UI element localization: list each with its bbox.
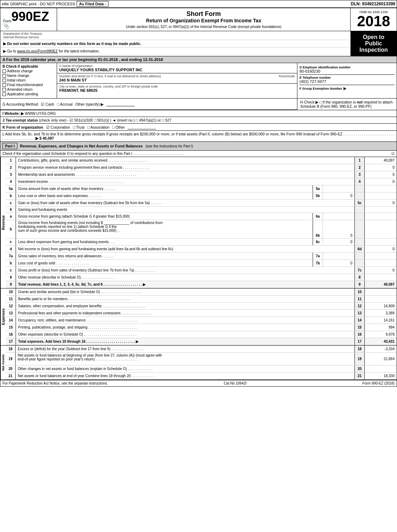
row-val-7a [323,253,355,259]
row-num-5: 5a [6,185,16,192]
section-k-corp: ☑ Corporation [46,125,70,129]
dept-label: Department of the Treasury Internal Reve… [0,31,350,40]
table-row: 1 Contributions, gifts, grants, and simi… [6,157,397,164]
row-num-1: 1 [6,157,16,164]
row-num-14: 14 [6,317,16,324]
row-num-15: 15 [6,324,16,331]
row-linenum-1: 1 [355,157,365,164]
row-desc-6b-text3: sum of such gross income and contributio… [18,229,121,233]
short-form-title: Short Form [61,10,347,18]
row-linenum-6b [355,220,365,238]
street-row: Number and street (or P O box, if mail i… [57,73,297,84]
form-logo-top: Form 990EZ [3,10,49,23]
row-finalval-8 [365,274,397,281]
row-linenum-2: 2 [355,164,365,171]
row-finalval-5b [365,192,397,199]
row-finalval-12: 14,909 [365,303,397,309]
row-desc-3: Membership dues and assessments . . . . … [16,171,355,178]
row-linenum-5 [355,185,365,192]
table-row: 15 Printing, publications, postage, and … [6,324,397,331]
row-num-18: 18 [6,346,16,352]
section-c: C Name of organization UNIQUELY YOURS ST… [57,63,297,98]
section-gh-row: G Accounting Method ☑ Cash □ Accrual Oth… [0,99,397,110]
row-finalval-13: 3,389 [365,310,397,317]
row-linenum-21: 21 [355,373,365,379]
table-row: 17 Total expenses. Add lines 10 through … [6,338,397,345]
part-i-check-text: Check if the organization used Schedule … [2,152,183,156]
table-row: 6 Gaming and fundraising events [6,207,397,213]
section-k-assoc: □ Association [87,125,109,129]
row-linenum-5c: 5c [355,200,365,206]
group-exemption-arrow: ▶ [343,86,346,91]
row-desc-7b: Less cost of goods sold . . . . . . . . … [16,260,313,267]
table-row: 3 Membership dues and assessments . . . … [6,171,397,178]
org-name-label: C Name of organization [59,64,295,68]
row-num-6d: d [6,246,16,252]
table-row: 10 Grants and similar amounts paid (list… [6,289,397,296]
row-linenum-6d: 6d [355,246,365,252]
table-row: c Gross profit or (loss) from sales of i… [6,267,397,274]
row-finalval-10 [365,289,397,295]
row-desc-20: Other changes in net assets or fund bala… [16,365,355,372]
group-exemption-label: F Group Exemption Number [300,87,342,90]
row-desc-7a: Gross sales of inventory, less returns a… [16,253,313,259]
group-exemption-row: F Group Exemption Number ▶ [300,85,395,92]
row-label-6a: 6a [313,213,323,220]
checkbox-name: Name change [2,74,55,78]
row-num-7c: c [6,267,16,274]
row-num-13: 13 [6,310,16,317]
row-desc-16: Other expenses (describe in Schedule O) … [16,331,355,338]
checkbox-application-label: Application pending [7,92,38,96]
row-num-4: 4 [6,178,16,185]
row-label-5b: 5b [313,192,323,199]
cash-checkbox: ☑ Cash [41,102,54,106]
return-title: Return of Organization Exempt From Incom… [61,18,347,23]
net-assets-rows: 18 Excess or (deficit) for the year (Sub… [6,346,397,380]
row-linenum-6 [355,207,365,213]
section-i-label: I Website: ▶ [2,111,24,116]
row-desc-14: Occupancy, rent, utilities, and maintena… [16,317,355,324]
section-i-website: WWW.UYSS.ORG [25,111,56,116]
inspection-label: Inspection [359,47,388,53]
row-finalval-6a [365,213,397,220]
table-row: c Gain or (loss) from sale of assets oth… [6,200,397,207]
year-box: 2018 [357,14,390,29]
footer-catno: Cat No 10642I [224,381,247,385]
row-desc-5c: Gain or (loss) from sale of assets other… [16,200,355,206]
table-row: b Less cost or other basis and sales exp… [6,192,397,200]
footer-paperwork: For Paperwork Reduction Act Notice, see … [2,381,108,385]
top-bar-left: efile GRAPHIC print - DO NOT PROCESS As … [2,1,351,7]
org-name-row: C Name of organization UNIQUELY YOURS ST… [57,63,297,73]
header-center: Short Form Return of Organization Exempt… [57,8,351,31]
row-num-7a: 7a [6,253,16,259]
row-desc-19-text2: end-of-year figure reported on prior yea… [18,357,138,361]
dept-text: Department of the Treasury [3,32,42,35]
checkbox-final-label: Final return/terminated [7,83,43,87]
row-linenum-14: 14 [355,317,365,324]
row-linenum-3: 3 [355,171,365,178]
row-desc-7c: Gross profit or (loss) from sales of inv… [16,267,355,274]
checkbox-application-box [2,93,6,96]
table-row: 8 Other revenue (describe in Schedule O)… [6,274,397,281]
row-desc-21: Net assets or fund balances at end of ye… [16,373,355,379]
row-desc-6b: Gross income from fundraising events (no… [16,220,313,238]
h-label: H Check ▶ □ if the organization is not r… [300,100,393,108]
table-row: 14 Occupancy, rent, utilities, and maint… [6,317,397,324]
section-l-value: ▶ $ 40,097 [35,136,54,140]
row-val-6b: 0 [323,220,355,238]
instructions-left: Department of the Treasury Internal Reve… [0,31,351,56]
row-desc-6a: Gross income from gaming (attach Schedul… [16,213,313,220]
table-row: 5a Gross amount from sale of assets othe… [6,185,397,192]
row-desc-2: Program service revenue including govern… [16,164,355,171]
row-num-7b: b [6,260,16,267]
section-j-text: (check only one) - ☑ 501(c)(3)☒ □ 501(c)… [39,118,171,122]
ein-value: 80-0160230 [300,69,395,73]
row-label-5a: 5a [313,185,323,192]
section-k: K Form of organization ☑ Corporation □ T… [0,124,397,131]
row-num-10: 10 [6,289,16,295]
row-desc-8: Other revenue (describe in Schedule O) .… [16,274,355,281]
city-row: City or town, state or province, country… [57,84,297,94]
checkbox-initial: Initial return [2,78,55,82]
row-num-11: 11 [6,296,16,302]
table-row: b Gross income from fundraising events (… [6,220,397,239]
